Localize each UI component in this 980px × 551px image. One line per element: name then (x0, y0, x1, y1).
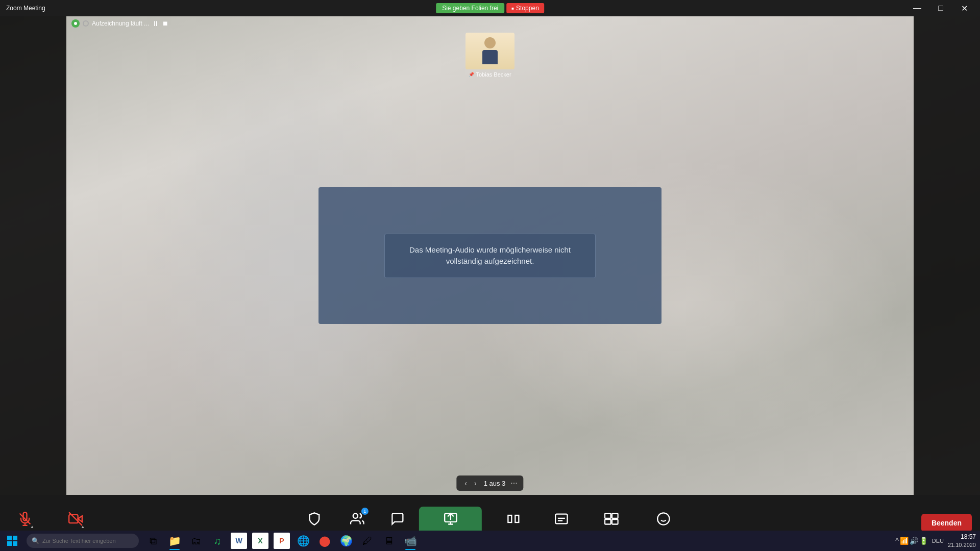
audio-icon: ▲ (16, 510, 34, 528)
warning-message: Das Meeting-Audio wurde möglicherweise n… (409, 245, 571, 266)
participants-badge: 1 (361, 508, 369, 515)
tray-arrow[interactable]: ^ (895, 537, 899, 545)
svg-point-18 (658, 513, 670, 524)
svg-marker-3 (78, 516, 82, 522)
recording-stop-button[interactable]: ⏹ (162, 20, 168, 27)
audio-chevron: ▲ (30, 524, 34, 529)
explorer-app[interactable]: 📁 (164, 531, 185, 551)
security-icon (305, 510, 324, 528)
taskbar-apps: ⧉ 📁 🗂 ♫ W X P 🌐 ⬤ 🌍 🖊 🖥 📹 (143, 531, 421, 551)
edge-app[interactable]: 🌐 (293, 531, 313, 551)
recording-dot (74, 22, 77, 25)
right-sidebar (914, 16, 980, 495)
participants-icon: 1 (348, 510, 366, 528)
slide-navigation: ‹ › 1 aus 3 ··· (456, 475, 523, 491)
taskbar-search[interactable]: 🔍 (27, 534, 139, 548)
excel-app[interactable]: X (252, 533, 268, 549)
video-icon: ▲ (66, 510, 85, 528)
files-app[interactable]: 🗂 (186, 531, 206, 551)
battery-icon[interactable]: 🔋 (919, 537, 928, 545)
video-chevron: ▲ (81, 524, 85, 529)
recording-circle (83, 20, 89, 27)
powerpoint-app[interactable]: P (274, 533, 290, 549)
svg-rect-14 (605, 513, 611, 518)
participant-face (465, 33, 514, 69)
language-indicator: DEU (932, 538, 944, 544)
sharing-badge: Sie geben Folien frei (436, 3, 504, 13)
reactions-icon (654, 510, 673, 528)
start-button[interactable] (0, 531, 24, 551)
browser-app[interactable]: 🌍 (336, 531, 356, 551)
windows-logo (7, 536, 17, 546)
search-icon: 🔍 (32, 537, 39, 544)
music-app[interactable]: ♫ (207, 531, 228, 551)
participant-video (465, 33, 514, 69)
minimize-button[interactable]: — (905, 0, 929, 16)
main-content: Aufzeichnung läuft ... ⏸ ⏹ 📌 Tobias Beck… (0, 16, 980, 495)
chat-icon (388, 510, 407, 528)
end-meeting-button[interactable]: Beenden (921, 514, 972, 532)
participant-thumbnail: 📌 Tobias Becker (465, 33, 514, 78)
search-input[interactable] (42, 538, 124, 544)
recording-text: Aufzeichnung läuft ... (92, 20, 149, 27)
taskview-button[interactable]: ⧉ (143, 531, 163, 551)
network-icon[interactable]: 📶 (900, 537, 909, 545)
slide-overlay: Das Meeting-Audio wurde möglicherweise n… (318, 187, 662, 324)
svg-rect-15 (612, 513, 618, 518)
slide-next-button[interactable]: › (472, 478, 479, 488)
svg-point-6 (353, 513, 358, 518)
system-tray: ^ 📶 🔊 🔋 DEU 18:57 21.10.2020 (895, 533, 980, 548)
svg-rect-10 (516, 515, 519, 522)
slide-more-button[interactable]: ··· (510, 479, 517, 488)
screen-app[interactable]: 🖥 (379, 531, 399, 551)
titlebar-title: Zoom Meeting (6, 5, 45, 12)
windows-taskbar: 🔍 ⧉ 📁 🗂 ♫ W X P 🌐 ⬤ 🌍 🖊 🖥 📹 ^ 📶 🔊 🔋 DEU … (0, 531, 980, 551)
person-body (482, 50, 498, 64)
slide-counter: 1 aus 3 (484, 480, 506, 487)
toolbar-right: Beenden (921, 514, 972, 532)
left-sidebar (0, 16, 66, 495)
share-icon (441, 510, 459, 528)
slide-prev-button[interactable]: ‹ (462, 478, 469, 488)
volume-icon[interactable]: 🔊 (910, 537, 918, 545)
svg-rect-17 (612, 519, 618, 524)
participant-name: 📌 Tobias Becker (469, 71, 511, 78)
record-icon (504, 510, 523, 528)
stop-sharing-button[interactable]: Stoppen (506, 3, 544, 13)
svg-rect-16 (605, 519, 611, 524)
notification-area: ^ 📶 🔊 🔋 (895, 537, 928, 545)
chrome-app[interactable]: ⬤ (314, 531, 335, 551)
pin-icon: 📌 (469, 72, 474, 77)
system-clock[interactable]: 18:57 21.10.2020 (948, 533, 976, 548)
word-app[interactable]: W (231, 533, 247, 549)
svg-rect-9 (508, 515, 512, 522)
recording-icon (71, 19, 80, 28)
recording-bar: Aufzeichnung läuft ... ⏸ ⏹ (66, 16, 174, 31)
titlebar-controls: — □ ✕ (905, 0, 976, 16)
subtitle-icon (552, 510, 571, 528)
recording-pause-button[interactable]: ⏸ (152, 19, 159, 28)
person-head (484, 37, 496, 48)
slide-area: Das Meeting-Audio wurde möglicherweise n… (66, 16, 914, 495)
warning-box: Das Meeting-Audio wurde möglicherweise n… (384, 234, 596, 278)
person-silhouette (480, 37, 500, 65)
clock-date: 21.10.2020 (948, 541, 976, 548)
zoom-app[interactable]: 📹 (400, 531, 421, 551)
sharing-bar: Sie geben Folien frei Stoppen (436, 2, 544, 15)
draw-app[interactable]: 🖊 (357, 531, 378, 551)
close-button[interactable]: ✕ (952, 0, 976, 16)
breakout-icon (602, 510, 620, 528)
clock-time: 18:57 (948, 533, 976, 541)
maximize-button[interactable]: □ (929, 0, 952, 16)
